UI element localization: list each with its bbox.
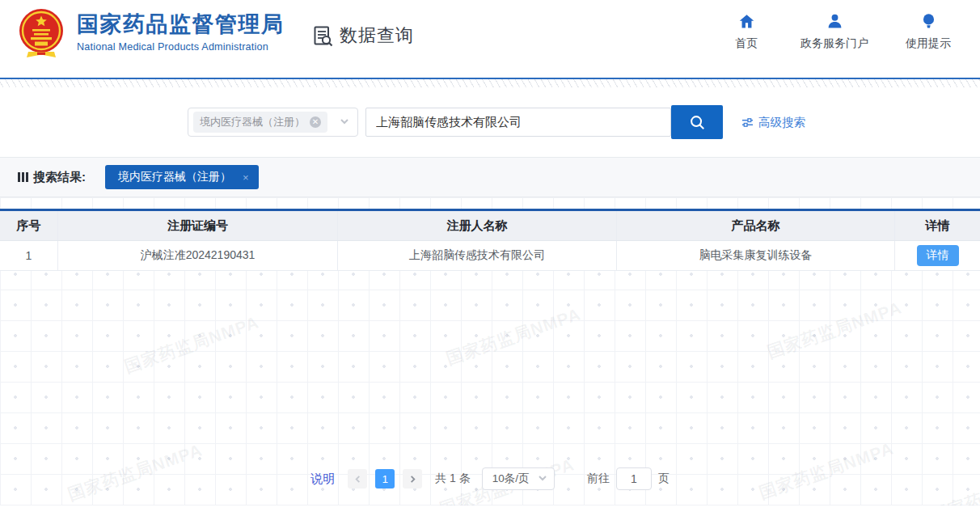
search-input[interactable]	[365, 108, 671, 137]
watermark-text: 国家药监局NMPA	[443, 302, 584, 370]
watermark-text: 国家药监局NMPA	[121, 311, 262, 378]
category-select-tag-label: 境内医疗器械（注册）	[200, 115, 305, 129]
nav-label-home: 首页	[735, 36, 758, 51]
org-name-cn: 国家药品监督管理局	[77, 12, 285, 37]
header-cell-index: 序号	[0, 211, 58, 240]
results-area: 国家药监局NMPA 国家药监局NMPA 国家药监局NMPA 国家药监局NMPA …	[0, 197, 980, 505]
results-filter-tag-label: 境内医疗器械（注册）	[118, 170, 231, 184]
advanced-search-link[interactable]: 高级搜索	[741, 115, 805, 130]
nav-label-tips: 使用提示	[906, 36, 951, 51]
nav-item-portal[interactable]: 政务服务门户	[800, 13, 868, 51]
nav-item-home[interactable]: 首页	[729, 13, 763, 51]
header-cell-product: 产品名称	[617, 211, 895, 240]
header-cell-detail: 详情	[895, 211, 980, 240]
watermark-text: 国家药监局NMPA	[764, 296, 905, 363]
category-select-tag: 境内医疗器械（注册） ✕	[193, 112, 327, 133]
current-page-button[interactable]: 1	[375, 469, 395, 489]
detail-button[interactable]: 详情	[917, 245, 959, 266]
search-icon	[688, 113, 706, 131]
goto-label: 前往	[587, 472, 610, 486]
results-label-text: 搜索结果:	[33, 170, 86, 185]
cell-product: 脑电采集康复训练设备	[617, 241, 895, 270]
results-filter-tag[interactable]: 境内医疗器械（注册） ×	[105, 165, 259, 189]
page-size-value: 10条/页	[492, 472, 530, 486]
results-table: 序号 注册证编号 注册人名称 产品名称 详情 1 沪械注准20242190431…	[0, 209, 980, 271]
pagination: 说明 1 共 1 条 10条/页 前往 页	[0, 467, 980, 490]
next-page-button[interactable]	[403, 469, 422, 489]
results-label: 搜索结果:	[18, 170, 86, 185]
prev-page-button[interactable]	[348, 469, 367, 489]
results-bar: 搜索结果: 境内医疗器械（注册） ×	[0, 157, 980, 197]
note-link[interactable]: 说明	[310, 472, 335, 487]
sliders-icon	[741, 116, 754, 129]
table-header-row: 序号 注册证编号 注册人名称 产品名称 详情	[0, 211, 980, 240]
chevron-left-icon	[353, 475, 362, 484]
nav-label-portal: 政务服务门户	[800, 36, 868, 51]
cell-index: 1	[0, 241, 58, 270]
search-section: 境内医疗器械（注册） ✕	[0, 87, 980, 157]
page-size-select[interactable]: 10条/页	[482, 467, 555, 490]
user-icon	[826, 13, 843, 30]
table-row: 1 沪械注准20242190431 上海韶脑传感技术有限公司 脑电采集康复训练设…	[0, 240, 980, 271]
home-icon	[738, 13, 755, 30]
national-emblem-logo	[18, 6, 65, 61]
category-select[interactable]: 境内医疗器械（注册） ✕	[188, 108, 358, 137]
header-cell-cert-no: 注册证编号	[58, 211, 338, 240]
goto-page-input[interactable]	[616, 467, 652, 490]
advanced-search-label: 高级搜索	[758, 115, 805, 130]
header-cell-registrant: 注册人名称	[338, 211, 617, 240]
total-count-label: 共 1 条	[435, 472, 471, 486]
app-title-text: 数据查询	[340, 23, 414, 48]
filter-tag-close-icon[interactable]: ×	[243, 171, 249, 184]
search-button[interactable]	[671, 105, 723, 139]
bottom-strip	[0, 505, 980, 516]
chevron-down-icon	[538, 473, 547, 485]
chevron-down-icon	[340, 115, 349, 129]
lightbulb-icon	[920, 13, 937, 30]
data-query-icon	[311, 24, 334, 47]
category-tag-close-icon[interactable]: ✕	[310, 116, 321, 128]
top-nav: 首页 政务服务门户 使用提示	[729, 13, 951, 51]
page: 国家药品监督管理局 National Medical Products Admi…	[0, 0, 980, 516]
org-name-en: National Medical Products Administration	[77, 41, 285, 53]
cell-cert-no: 沪械注准20242190431	[58, 241, 338, 270]
search-row: 境内医疗器械（注册） ✕	[188, 105, 805, 139]
grid-icon	[18, 171, 29, 183]
goto-unit-label: 页	[658, 472, 670, 486]
org-titles: 国家药品监督管理局 National Medical Products Admi…	[77, 12, 285, 53]
chevron-right-icon	[408, 475, 417, 484]
nav-item-tips[interactable]: 使用提示	[906, 13, 951, 51]
app-title: 数据查询	[311, 23, 414, 48]
goto-page-group: 前往 页	[587, 467, 670, 490]
cell-detail: 详情	[895, 241, 980, 270]
header-divider-hatch	[0, 79, 980, 87]
header: 国家药品监督管理局 National Medical Products Admi…	[0, 0, 980, 78]
cell-registrant: 上海韶脑传感技术有限公司	[338, 241, 617, 270]
